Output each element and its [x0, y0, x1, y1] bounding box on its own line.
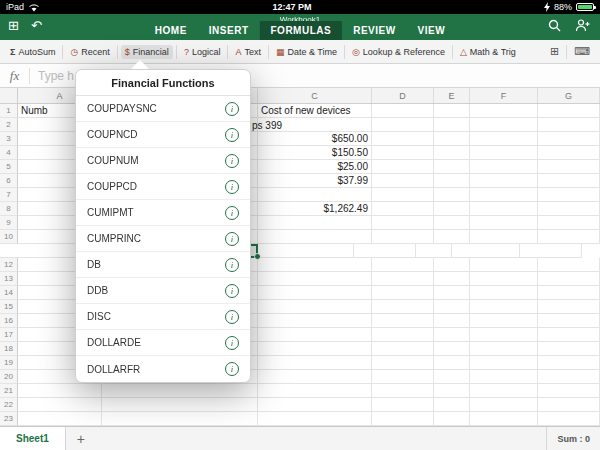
cell-c21[interactable] — [258, 384, 372, 398]
search-icon[interactable] — [548, 19, 561, 32]
cell-f14[interactable] — [470, 286, 538, 300]
function-item-cumipmt[interactable]: CUMIPMTi — [76, 200, 250, 226]
cell-e23[interactable] — [434, 412, 470, 426]
cell-d9[interactable] — [372, 216, 434, 230]
column-header-d[interactable]: D — [372, 88, 434, 103]
lookup-reference-button[interactable]: ◎Lookup & Reference — [348, 45, 449, 59]
cell-c1[interactable]: Cost of new devices — [258, 104, 372, 118]
cell-d2[interactable] — [372, 118, 434, 132]
cell-b21[interactable] — [102, 384, 258, 398]
info-icon[interactable]: i — [225, 154, 239, 168]
function-item-ddb[interactable]: DDBi — [76, 278, 250, 304]
cell-c5[interactable]: $25.00 — [258, 160, 372, 174]
row-header-3[interactable]: 3 — [0, 132, 18, 146]
cell-d12[interactable] — [372, 258, 434, 272]
date-time-button[interactable]: ▦Date & Time — [272, 45, 341, 59]
cell-e21[interactable] — [434, 384, 470, 398]
cell-f4[interactable] — [470, 146, 538, 160]
cell-a23[interactable] — [18, 412, 102, 426]
cell-e16[interactable] — [434, 314, 470, 328]
grid-icon[interactable]: ⊞ — [546, 45, 563, 58]
cell-e4[interactable] — [434, 146, 470, 160]
info-icon[interactable]: i — [225, 206, 239, 220]
info-icon[interactable]: i — [225, 310, 239, 324]
cell-c10[interactable] — [258, 230, 372, 244]
cell-b22[interactable] — [102, 398, 258, 412]
cell-g18[interactable] — [538, 342, 600, 356]
cell-c15[interactable] — [258, 300, 372, 314]
row-header-5[interactable]: 5 — [0, 160, 18, 174]
cell-g2[interactable] — [538, 118, 600, 132]
column-header-g[interactable]: G — [538, 88, 600, 103]
cell-f7[interactable] — [470, 188, 538, 202]
cell-e19[interactable] — [434, 356, 470, 370]
tab-review[interactable]: REVIEW — [342, 21, 406, 40]
cell-f9[interactable] — [470, 216, 538, 230]
cell-g19[interactable] — [538, 356, 600, 370]
cell-e9[interactable] — [434, 216, 470, 230]
cell-e1[interactable] — [434, 104, 470, 118]
cell-e18[interactable] — [434, 342, 470, 356]
cell-c13[interactable] — [258, 272, 372, 286]
row-header-14[interactable]: 14 — [0, 286, 18, 300]
cell-e6[interactable] — [434, 174, 470, 188]
cell-d20[interactable] — [372, 370, 434, 384]
cell-e2[interactable] — [434, 118, 470, 132]
cell-c8[interactable]: $1,262.49 — [258, 202, 372, 216]
cell-g7[interactable] — [538, 188, 600, 202]
cell-c23[interactable] — [258, 412, 372, 426]
cell-e14[interactable] — [434, 286, 470, 300]
info-icon[interactable]: i — [225, 232, 239, 246]
cell-f3[interactable] — [470, 132, 538, 146]
row-header-6[interactable]: 6 — [0, 174, 18, 188]
cell-f16[interactable] — [470, 314, 538, 328]
row-header-22[interactable]: 22 — [0, 398, 18, 412]
cell-a21[interactable] — [18, 384, 102, 398]
cell-d6[interactable] — [372, 174, 434, 188]
cell-g15[interactable] — [538, 300, 600, 314]
function-item-disc[interactable]: DISCi — [76, 304, 250, 330]
row-header-23[interactable]: 23 — [0, 412, 18, 426]
tab-formulas[interactable]: FORMULAS — [259, 21, 342, 40]
financial-button[interactable]: $Financial — [121, 45, 173, 59]
cell-f22[interactable] — [470, 398, 538, 412]
cell-c12[interactable] — [258, 258, 372, 272]
cell-b23[interactable] — [102, 412, 258, 426]
cell-d15[interactable] — [372, 300, 434, 314]
function-item-coupnum[interactable]: COUPNUMi — [76, 148, 250, 174]
cell-d16[interactable] — [372, 314, 434, 328]
add-sheet-button[interactable]: + — [66, 427, 96, 450]
function-item-dollarde[interactable]: DOLLARDEi — [76, 330, 250, 356]
sum-status[interactable]: Sum : 0 — [546, 427, 600, 450]
cell-f8[interactable] — [470, 202, 538, 216]
cell-e5[interactable] — [434, 160, 470, 174]
info-icon[interactable]: i — [225, 128, 239, 142]
cell-e7[interactable] — [434, 188, 470, 202]
cell-g20[interactable] — [538, 370, 600, 384]
cell-f23[interactable] — [470, 412, 538, 426]
cell-c18[interactable] — [258, 342, 372, 356]
autosum-button[interactable]: ΣAutoSum — [6, 45, 59, 59]
cell-d23[interactable] — [372, 412, 434, 426]
cell-c9[interactable] — [258, 216, 372, 230]
cell-f21[interactable] — [470, 384, 538, 398]
cell-f6[interactable] — [470, 174, 538, 188]
row-header-17[interactable]: 17 — [0, 328, 18, 342]
cell-g12[interactable] — [538, 258, 600, 272]
function-item-db[interactable]: DBi — [76, 252, 250, 278]
cell-d22[interactable] — [372, 398, 434, 412]
column-header-c[interactable]: C — [258, 88, 372, 103]
text-button[interactable]: AText — [231, 45, 265, 59]
cell-f17[interactable] — [470, 328, 538, 342]
cell-g6[interactable] — [538, 174, 600, 188]
cell-g23[interactable] — [538, 412, 600, 426]
cell-d10[interactable] — [372, 230, 434, 244]
row-header-12[interactable]: 12 — [0, 258, 18, 272]
cell-a11[interactable] — [0, 244, 84, 258]
cell-c7[interactable] — [258, 188, 372, 202]
cell-e10[interactable] — [434, 230, 470, 244]
fx-icon[interactable]: fx — [0, 68, 30, 84]
column-header-f[interactable]: F — [470, 88, 538, 103]
cell-f12[interactable] — [470, 258, 538, 272]
cell-c3[interactable]: $650.00 — [258, 132, 372, 146]
